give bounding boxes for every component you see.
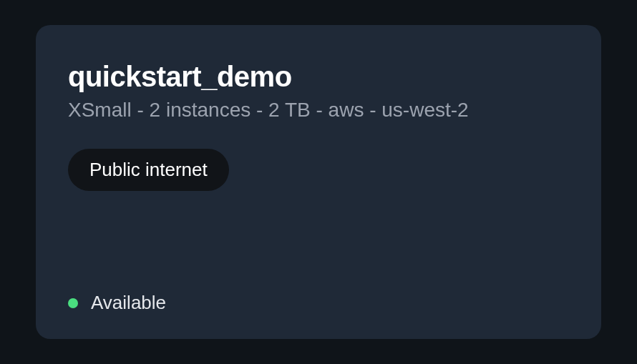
status-row: Available <box>68 292 569 314</box>
network-badge: Public internet <box>68 149 229 191</box>
resource-spec-subtitle: XSmall - 2 instances - 2 TB - aws - us-w… <box>68 99 569 122</box>
status-label: Available <box>91 292 166 314</box>
resource-title: quickstart_demo <box>68 61 569 93</box>
resource-card[interactable]: quickstart_demo XSmall - 2 instances - 2… <box>36 25 601 339</box>
status-dot-icon <box>68 298 78 308</box>
